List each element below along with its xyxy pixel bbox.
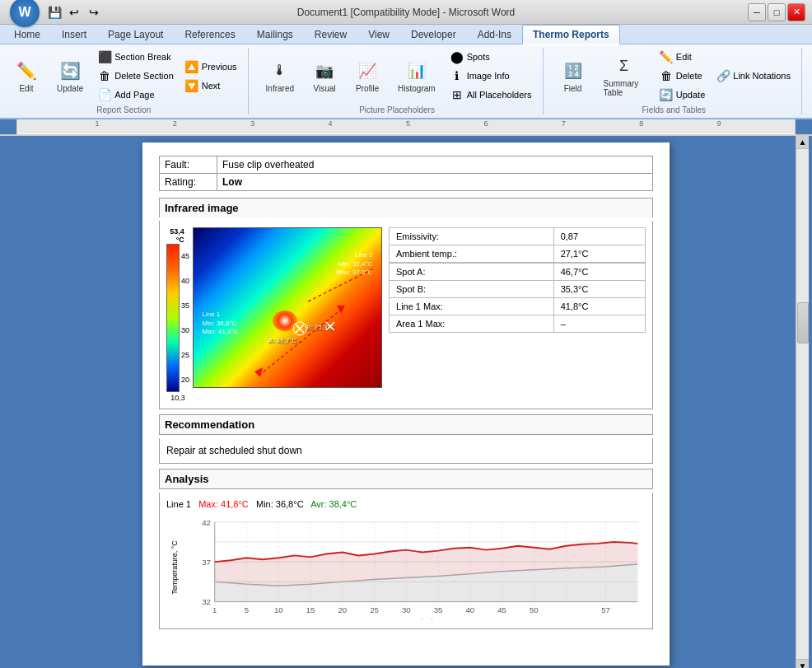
close-button[interactable]: ✕ (787, 3, 805, 21)
infrared-button[interactable]: 🌡 Infrared (259, 55, 301, 97)
section-break-icon: ⬛ (98, 50, 111, 63)
rating-label: Rating: (160, 174, 217, 191)
svg-line-0 (259, 310, 341, 376)
table-row: Rating: Low (160, 174, 653, 191)
svg-text:20: 20 (338, 605, 347, 614)
tab-review[interactable]: Review (304, 25, 357, 44)
scroll-thumb[interactable] (797, 302, 809, 343)
add-page-icon: 📄 (98, 88, 111, 101)
tab-insert[interactable]: Insert (51, 25, 97, 44)
delete-section-button[interactable]: 🗑 Delete Section (94, 67, 178, 85)
svg-marker-1 (254, 367, 263, 377)
tab-thermo-reports[interactable]: Thermo Reports (522, 25, 620, 44)
maximize-button[interactable]: □ (768, 3, 786, 21)
infrared-image-heading: Infrared image (159, 198, 653, 217)
minimize-button[interactable]: ─ (748, 3, 766, 21)
y-axis-label: Temperature, °C (170, 540, 179, 595)
previous-icon: 🔼 (185, 60, 198, 73)
title-bar-left: W 💾 ↩ ↪ (7, 0, 102, 27)
svg-text:15: 15 (306, 605, 315, 614)
report-section-label: Report Section (96, 105, 151, 114)
spot-a-label: Spot A: (390, 263, 554, 281)
document-area[interactable]: Fault: Fuse clip overheated Rating: Low … (16, 136, 796, 668)
update-button[interactable]: 🔄 Update (49, 55, 91, 97)
update-icon: 🔄 (58, 59, 82, 82)
visual-button[interactable]: 📷 Visual (305, 55, 344, 97)
analysis-content: Line 1 Max: 41,8°C Min: 36,8°C Avr: 38,4… (159, 493, 653, 629)
quick-access-toolbar: W 💾 ↩ ↪ (7, 0, 102, 27)
summary-table-button[interactable]: Σ Summary Table (596, 50, 652, 101)
histogram-button[interactable]: 📊 Histogram (390, 55, 443, 97)
profile-button[interactable]: 📈 Profile (348, 55, 387, 97)
section-actions: ⬛ Section Break 🗑 Delete Section 📄 Add P… (94, 48, 178, 104)
line1-max-value: 41,8°C (553, 298, 645, 315)
field-button[interactable]: 🔢 Field (553, 55, 593, 97)
edit-button[interactable]: ✏️ Edit (7, 55, 46, 97)
picture-placeholder-buttons: 🌡 Infrared 📷 Visual 📈 Profile 📊 Histogra… (259, 48, 536, 104)
undo-button[interactable]: ↩ (66, 4, 82, 21)
table-update-button[interactable]: 🔄 Update (656, 86, 709, 104)
add-page-button[interactable]: 📄 Add Page (94, 86, 178, 104)
tab-home[interactable]: Home (3, 25, 51, 44)
scroll-down-button[interactable]: ▼ (796, 659, 809, 668)
colorbar-container: 53,4 °C 45 40 35 30 25 20 (166, 227, 189, 402)
recommendation-content: Repair at scheduled shut down (159, 438, 653, 464)
previous-button[interactable]: 🔼 Previous (181, 58, 241, 76)
spots-button[interactable]: ⬤ Spots (446, 48, 536, 66)
tab-view[interactable]: View (357, 25, 400, 44)
chart-area: 42 37 32 (183, 512, 646, 622)
svg-text:37: 37 (202, 558, 211, 567)
section-break-button[interactable]: ⬛ Section Break (94, 48, 178, 66)
colorbar-labels: 45 40 35 30 25 20 (180, 244, 189, 392)
office-button[interactable]: W (10, 0, 40, 27)
table-edit-button[interactable]: ✏️ Edit (656, 48, 709, 66)
ambient-label: Ambient temp.: (390, 245, 554, 264)
next-button[interactable]: 🔽 Next (181, 77, 241, 95)
emissivity-value: 0,87 (553, 228, 645, 245)
table-row: Emissivity: 0,87 (390, 228, 646, 245)
tab-page-layout[interactable]: Page Layout (97, 25, 174, 44)
svg-marker-2 (337, 306, 345, 314)
scrollbar-vertical[interactable]: ▲ ▼ (796, 136, 809, 668)
svg-line-3 (308, 269, 374, 301)
visual-icon: 📷 (313, 59, 336, 82)
edit-icon: ✏️ (15, 59, 38, 82)
svg-text:42: 42 (202, 518, 211, 527)
fields-tables-label: Fields and Tables (642, 105, 706, 114)
svg-text:57: 57 (601, 605, 610, 614)
chart-avr-label: Avr: 38,4°C (310, 499, 357, 509)
save-button[interactable]: 💾 (46, 4, 63, 21)
ruler: 1 2 3 4 5 6 7 8 9 (0, 119, 812, 136)
line1-max-label: Line 1 Max: (390, 298, 554, 315)
tab-mailings[interactable]: Mailings (246, 25, 304, 44)
window-title: Document1 [Compatibility Mode] - Microso… (297, 7, 516, 18)
ribbon-group-report-section: ✏️ Edit 🔄 Update ⬛ Section Break 🗑 Delet… (7, 48, 249, 114)
placeholder-options: ⬤ Spots ℹ Image Info ⊞ All Placeholders (446, 48, 536, 104)
right-margin (809, 136, 812, 668)
colorbar-min: 10,3 (170, 392, 185, 402)
all-placeholders-button[interactable]: ⊞ All Placeholders (446, 86, 536, 104)
redo-button[interactable]: ↪ (86, 4, 102, 21)
svg-text:1: 1 (212, 605, 217, 614)
fault-rating-table: Fault: Fuse clip overheated Rating: Low (159, 156, 653, 191)
table-delete-button[interactable]: 🗑 Delete (656, 67, 709, 85)
page: Fault: Fuse clip overheated Rating: Low … (142, 142, 670, 666)
infrared-icon: 🌡 (268, 59, 292, 82)
colorbar (166, 244, 180, 392)
all-placeholders-icon: ⊞ (450, 88, 464, 101)
rating-value: Low (217, 174, 653, 191)
scroll-up-button[interactable]: ▲ (796, 136, 809, 149)
table-row: Ambient temp.: 27,1°C (390, 245, 646, 264)
image-info-icon: ℹ (450, 69, 464, 82)
svg-text:32: 32 (202, 597, 211, 606)
table-row: Area 1 Max: – (390, 315, 646, 333)
ribbon-tabs: Home Insert Page Layout References Maili… (0, 25, 812, 44)
link-notations-button[interactable]: 🔗 Link Notations (712, 67, 795, 85)
tab-references[interactable]: References (174, 25, 245, 44)
tab-developer[interactable]: Developer (400, 25, 467, 44)
image-info-button[interactable]: ℹ Image Info (446, 67, 536, 85)
spot-b-value: 35,3°C (553, 281, 645, 298)
ribbon-content: ✏️ Edit 🔄 Update ⬛ Section Break 🗑 Delet… (0, 44, 812, 118)
tab-add-ins[interactable]: Add-Ins (467, 25, 522, 44)
chart-line-label: Line 1 (166, 499, 191, 509)
